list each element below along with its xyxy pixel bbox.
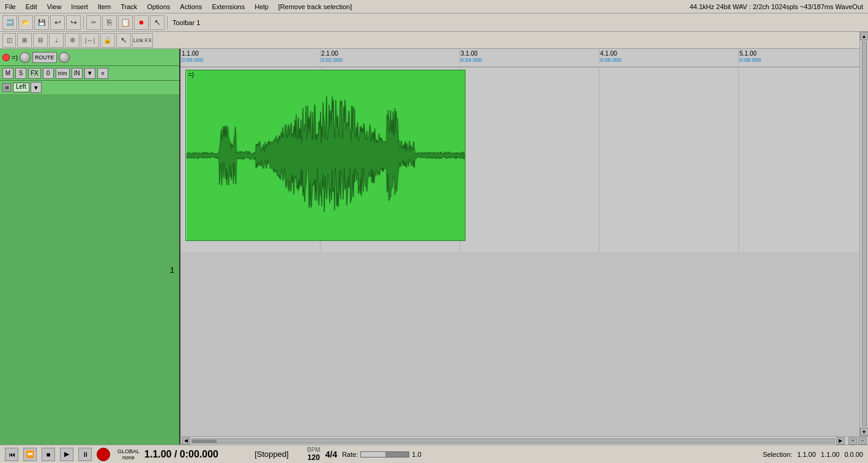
toolbar-label: Toolbar 1 (170, 19, 202, 26)
arrange-area: 1.1.000:00.0002.1.000:02.0003.1.000:04.0… (180, 49, 868, 445)
undo-button[interactable]: ↩ (50, 15, 65, 30)
rewind-button[interactable]: ⏪ (23, 448, 37, 461)
none-label: none (122, 454, 135, 461)
main-area: =) ROUTE M S FX 0 trim IN ▼ ≡ ⊞ Left ▼ 1 (0, 49, 868, 445)
track-panel: =) ROUTE M S FX 0 trim IN ▼ ≡ ⊞ Left ▼ 1 (0, 49, 180, 445)
fx-button[interactable]: FX (28, 68, 41, 79)
arrow-button[interactable]: ↖ (116, 33, 131, 48)
track-number: 1 (170, 265, 174, 274)
in-button[interactable]: IN (72, 68, 83, 79)
play-button[interactable]: ▶ (60, 448, 73, 461)
channel-selector[interactable]: Left (13, 83, 29, 92)
ruler-inner: 1.1.000:00.0002.1.000:02.0003.1.000:04.0… (180, 49, 868, 67)
zoom-out-button[interactable]: |↔| (81, 33, 99, 48)
stop-button[interactable]: ■ (42, 448, 55, 461)
sel-end: 1.1.00 (821, 451, 840, 458)
in-dropdown[interactable]: ▼ (84, 68, 95, 79)
ruler-mark: 5.1.000:08.000 (738, 49, 761, 63)
menu-view[interactable]: View (42, 2, 67, 12)
audio-status: 44.1kHz 24bit WAV : 2/2ch 1024spls ~43/1… (689, 3, 868, 10)
zoom-in-button[interactable]: ⊕ (65, 33, 80, 48)
track-body: 1 (0, 94, 179, 445)
solo-button[interactable]: S (15, 68, 26, 79)
track-led[interactable] (2, 54, 10, 61)
skip-start-button[interactable]: ⏮ (5, 448, 18, 461)
menu-insert[interactable]: Insert (66, 2, 93, 12)
scroll-down-button[interactable]: ▼ (860, 428, 869, 436)
scroll-left-button[interactable]: ◀ (182, 437, 190, 445)
pause-button[interactable]: ⏸ (78, 448, 92, 461)
scroll-up-button[interactable]: ▲ (860, 32, 869, 40)
cursor-button[interactable]: ↖ (150, 15, 165, 30)
scroll-track[interactable] (191, 439, 835, 443)
save-button[interactable]: 💾 (34, 15, 49, 30)
rate-slider[interactable] (360, 451, 409, 457)
toolbar2: ◫ ⊞ ⊟ ♩ ⊕ |↔| 🔒 ↖ Link FX (0, 32, 868, 49)
selection-label: Selection: (763, 451, 792, 458)
metronome-button[interactable]: ♩ (49, 33, 64, 48)
scroll-thumb[interactable] (192, 440, 217, 443)
toolbar-separator (83, 16, 84, 29)
zoom-in-h-button[interactable]: + (848, 437, 857, 445)
menu-item[interactable]: Item (93, 2, 116, 12)
menu-track[interactable]: Track (116, 2, 142, 12)
clip-label: =) (188, 72, 194, 78)
trim-button[interactable]: trim (56, 68, 70, 79)
bpm-area: BPM 120 (307, 446, 321, 462)
grid-line (599, 67, 599, 252)
channel-icon: ⊞ (2, 83, 11, 92)
menu-bar: File Edit View Insert Item Track Options… (0, 0, 868, 13)
global-area: GLOBAL none (117, 448, 139, 461)
global-label: GLOBAL (117, 448, 139, 454)
lock-button[interactable]: 🔒 (100, 33, 115, 48)
track-route-button[interactable]: ROUTE (32, 52, 57, 63)
menu-options[interactable]: Options (142, 2, 175, 12)
rate-bar-fill (361, 452, 385, 457)
redo-button[interactable]: ↪ (66, 15, 81, 30)
snap2-button[interactable]: ⊞ (17, 33, 32, 48)
grid-line (738, 67, 739, 252)
scroll-right-button[interactable]: ▶ (836, 437, 845, 445)
selection-area: Selection: 1.1.00 1.1.00 0.0.00 (763, 451, 863, 458)
menu-edit[interactable]: Edit (21, 2, 42, 12)
menu-actions[interactable]: Actions (175, 2, 207, 12)
cut-button[interactable]: ✂ (86, 15, 101, 30)
menu-extensions[interactable]: Extensions (207, 2, 250, 12)
vscroll-track[interactable] (862, 42, 867, 426)
arrange-tracks[interactable]: =) (180, 67, 868, 252)
time-signature[interactable]: 4/4 (325, 450, 337, 459)
timeline-ruler[interactable]: 1.1.000:00.0002.1.000:02.0003.1.000:04.0… (180, 49, 868, 67)
status-display: [Stopped] (241, 450, 302, 459)
rate-area: Rate: 1.0 (342, 451, 421, 458)
track-header: =) ROUTE (0, 49, 179, 66)
ruler-line (738, 49, 739, 63)
empty-tracks-area[interactable] (180, 252, 868, 437)
track-volume-knob[interactable] (20, 52, 31, 63)
position-display: 1.1.00 / 0:00.000 (144, 449, 236, 460)
paste-button[interactable]: 📋 (118, 15, 133, 30)
copy-button[interactable]: ⎘ (102, 15, 117, 30)
bpm-value[interactable]: 120 (308, 453, 320, 462)
sel-len: 0.0.00 (844, 451, 863, 458)
vertical-scrollbar: ▲ ▼ (859, 32, 868, 436)
track-name: =) (12, 54, 18, 61)
menu-file[interactable]: File (0, 2, 21, 12)
toolbar-separator2 (167, 16, 168, 29)
mute-button[interactable]: M (2, 68, 13, 79)
env-button[interactable]: ≡ (97, 68, 108, 79)
loop-button[interactable]: ⊟ (33, 33, 48, 48)
new-button[interactable]: 🆕 (2, 15, 17, 30)
menu-help[interactable]: Help (250, 2, 273, 12)
remove-track-selection-hint: [Remove track selection] (273, 2, 357, 12)
channel-dropdown[interactable]: ▼ (31, 82, 42, 93)
zero-button[interactable]: 0 (43, 68, 54, 79)
record-button[interactable]: ⏺ (134, 15, 149, 30)
ruler-line (599, 49, 599, 63)
link-button[interactable]: Link FX (132, 33, 153, 48)
record-button[interactable] (97, 448, 110, 461)
snap-button[interactable]: ◫ (2, 33, 16, 48)
open-button[interactable]: 📂 (18, 15, 33, 30)
zoom-out-h-button[interactable]: − (858, 437, 867, 445)
track-pan-knob[interactable] (59, 52, 70, 63)
audio-clip[interactable]: =) (185, 70, 466, 241)
